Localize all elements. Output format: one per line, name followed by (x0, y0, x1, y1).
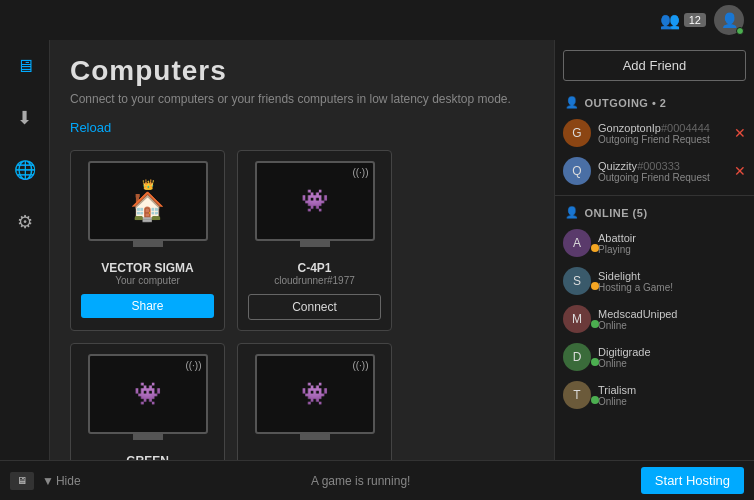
status-dot (591, 396, 599, 404)
sidebar-item-settings[interactable]: ⚙ (9, 206, 41, 238)
header-icons: 👥 12 👤 (660, 5, 744, 35)
friend-item: D Digitigrade Online (555, 338, 754, 376)
computer-name: VECTOR SIGMA (101, 261, 193, 275)
sidebar-item-download[interactable]: ⬇ (9, 102, 41, 134)
share-button[interactable]: Share (81, 294, 214, 318)
status-dot (591, 244, 599, 252)
computers-grid: 👑 🏠 VECTOR SIGMA Your computer Share ((·… (70, 150, 534, 460)
friends-count: 12 (684, 13, 706, 27)
computer-user: Your computer (115, 275, 180, 286)
screen-icon: 🖥 (10, 472, 34, 490)
friend-item: A Abattoir Playing (555, 224, 754, 262)
add-friend-button[interactable]: Add Friend (563, 50, 746, 81)
friend-info: GonzoptonIp#0004444 Outgoing Friend Requ… (598, 122, 727, 145)
friend-avatar: T (563, 381, 591, 409)
friend-name: MedscadUniped (598, 308, 746, 320)
friend-avatar: M (563, 305, 591, 333)
computer-card: ((·)) 👾 (237, 343, 392, 460)
friend-status: Playing (598, 244, 746, 255)
friend-avatar-wrap: G (563, 119, 591, 147)
reload-link[interactable]: Reload (70, 120, 111, 135)
avatar-status-dot (736, 27, 744, 35)
friend-avatar: G (563, 119, 591, 147)
friend-info: Digitigrade Online (598, 346, 746, 369)
computer-user: cloudrunner#1977 (274, 275, 355, 286)
chevron-down-icon: ▼ (42, 474, 54, 488)
friend-info: Quizzity#000333 Outgoing Friend Request (598, 160, 727, 183)
header: 👥 12 👤 (0, 0, 754, 40)
computer-screen-card4: ((·)) 👾 (255, 354, 375, 434)
page-subtitle: Connect to your computers or your friend… (70, 92, 534, 106)
friend-item: G GonzoptonIp#0004444 Outgoing Friend Re… (555, 114, 754, 152)
hide-button[interactable]: ▼ Hide (42, 474, 81, 488)
friends-button[interactable]: 👥 12 (660, 11, 706, 30)
status-dot (591, 282, 599, 290)
start-hosting-button[interactable]: Start Hosting (641, 467, 744, 494)
divider (555, 195, 754, 196)
screen-icon-home: 🏠 (130, 190, 165, 223)
wifi-icon: ((·)) (352, 167, 368, 178)
screen-icon-invader: 👾 (134, 381, 161, 407)
status-dot (591, 320, 599, 328)
computer-card: 👑 🏠 VECTOR SIGMA Your computer Share (70, 150, 225, 331)
wifi-icon: ((·)) (352, 360, 368, 371)
friend-avatar-wrap: A (563, 229, 591, 257)
computer-screen-c4p1: ((·)) 👾 (255, 161, 375, 241)
sidebar-item-computer[interactable]: 🖥 (9, 50, 41, 82)
friend-name: Trialism (598, 384, 746, 396)
sidebar: 🖥 ⬇ 🌐 ⚙ (0, 40, 50, 460)
computer-name: C-4P1 (297, 261, 331, 275)
person-online-icon: 👤 (565, 206, 580, 219)
friend-status: Online (598, 396, 746, 407)
friend-name: Digitigrade (598, 346, 746, 358)
friend-avatar-wrap: M (563, 305, 591, 333)
friends-icon: 👥 (660, 11, 680, 30)
friend-avatar-wrap: Q (563, 157, 591, 185)
friend-info: Trialism Online (598, 384, 746, 407)
remove-friend-button[interactable]: ✕ (734, 163, 746, 179)
page-title: Computers (70, 55, 534, 87)
game-running-text: A game is running! (89, 474, 633, 488)
status-dot (591, 358, 599, 366)
friend-name: Abattoir (598, 232, 746, 244)
online-section-header: 👤 ONLINE (5) (555, 201, 754, 224)
outgoing-section-header: 👤 OUTGOING • 2 (555, 91, 754, 114)
computer-card: ((·)) 👾 C-4P1 cloudrunner#1977 Connect (237, 150, 392, 331)
friend-item: M MedscadUniped Online (555, 300, 754, 338)
friend-item: T Trialism Online (555, 376, 754, 414)
friend-name: GonzoptonIp#0004444 (598, 122, 727, 134)
friend-avatar: D (563, 343, 591, 371)
friend-status: Online (598, 358, 746, 369)
connect-button[interactable]: Connect (248, 294, 381, 320)
friend-info: Abattoir Playing (598, 232, 746, 255)
friend-avatar-wrap: S (563, 267, 591, 295)
bottom-bar: 🖥 ▼ Hide A game is running! Start Hostin… (0, 460, 754, 500)
friend-status: Outgoing Friend Request (598, 172, 727, 183)
friend-status: Outgoing Friend Request (598, 134, 727, 145)
friend-item: Q Quizzity#000333 Outgoing Friend Reques… (555, 152, 754, 190)
friend-status: Hosting a Game! (598, 282, 746, 293)
friend-status: Online (598, 320, 746, 331)
friend-avatar: S (563, 267, 591, 295)
wifi-icon: ((·)) (185, 360, 201, 371)
screen-icon-invader: 👾 (301, 188, 328, 214)
person-icon: 👤 (565, 96, 580, 109)
friends-panel: Add Friend 👤 OUTGOING • 2 G GonzoptonIp#… (554, 40, 754, 460)
friend-name: Sidelight (598, 270, 746, 282)
remove-friend-button[interactable]: ✕ (734, 125, 746, 141)
computer-card: ((·)) 👾 GREEN bluhedg... Connect (70, 343, 225, 460)
friend-avatar-wrap: D (563, 343, 591, 371)
sidebar-item-globe[interactable]: 🌐 (9, 154, 41, 186)
computer-screen-green: ((·)) 👾 (88, 354, 208, 434)
friend-info: Sidelight Hosting a Game! (598, 270, 746, 293)
friend-item: S Sidelight Hosting a Game! (555, 262, 754, 300)
friend-info: MedscadUniped Online (598, 308, 746, 331)
computer-screen-vector-sigma: 👑 🏠 (88, 161, 208, 241)
friend-avatar: A (563, 229, 591, 257)
friend-avatar-wrap: T (563, 381, 591, 409)
screen-icon-invader: 👾 (301, 381, 328, 407)
friend-avatar: Q (563, 157, 591, 185)
friend-name: Quizzity#000333 (598, 160, 727, 172)
avatar[interactable]: 👤 (714, 5, 744, 35)
